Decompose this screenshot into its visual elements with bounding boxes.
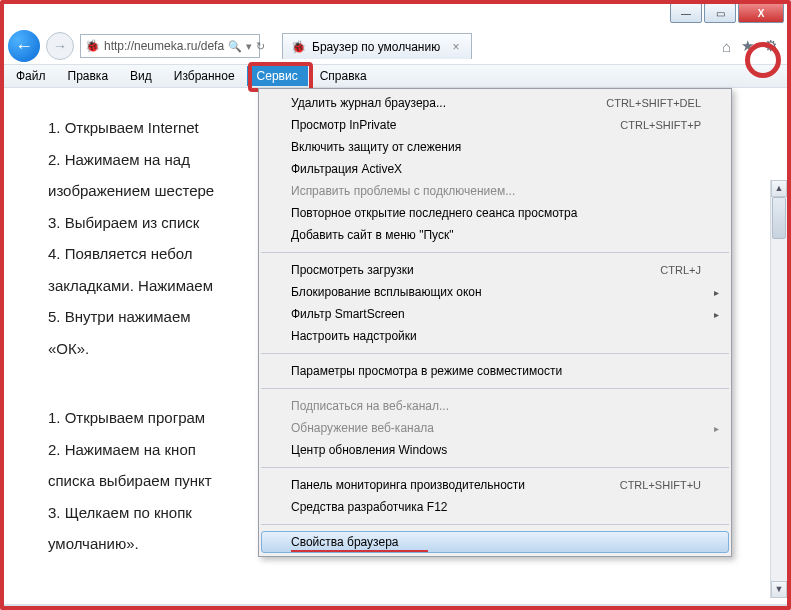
- forward-button[interactable]: →: [46, 32, 74, 60]
- tab-close-icon[interactable]: ×: [449, 40, 463, 54]
- menu-file[interactable]: Файл: [6, 66, 56, 86]
- site-icon: 🐞: [85, 39, 100, 53]
- menu-separator: [261, 353, 729, 354]
- menu-item[interactable]: Средства разработчика F12: [261, 496, 729, 518]
- menu-separator: [261, 467, 729, 468]
- menu-item[interactable]: Свойства браузера: [261, 531, 729, 553]
- menu-shortcut: CTRL+SHIFT+P: [620, 119, 701, 131]
- menu-item-label: Панель мониторинга производительности: [291, 478, 620, 492]
- search-icon[interactable]: 🔍: [228, 40, 242, 53]
- submenu-arrow-icon: ▸: [714, 423, 719, 434]
- dropdown-icon[interactable]: ▾: [246, 40, 252, 53]
- menu-item-label: Блокирование всплывающих окон: [291, 285, 701, 299]
- menu-favorites[interactable]: Избранное: [164, 66, 245, 86]
- menu-item[interactable]: Фильтрация ActiveX: [261, 158, 729, 180]
- menu-item[interactable]: Повторное открытие последнего сеанса про…: [261, 202, 729, 224]
- menu-item-label: Фильтр SmartScreen: [291, 307, 701, 321]
- menu-item-label: Настроить надстройки: [291, 329, 701, 343]
- menu-item[interactable]: Просмотреть загрузкиCTRL+J: [261, 259, 729, 281]
- scroll-down-icon[interactable]: ▼: [771, 581, 787, 598]
- menu-separator: [261, 524, 729, 525]
- menu-item-label: Свойства браузера: [291, 535, 701, 549]
- menu-shortcut: CTRL+SHIFT+U: [620, 479, 701, 491]
- refresh-icon[interactable]: ↻: [256, 40, 265, 53]
- menu-separator: [261, 252, 729, 253]
- menu-item[interactable]: Добавить сайт в меню "Пуск": [261, 224, 729, 246]
- menu-item-label: Параметры просмотра в режиме совместимос…: [291, 364, 701, 378]
- menu-item[interactable]: Настроить надстройки: [261, 325, 729, 347]
- close-button[interactable]: X: [738, 3, 784, 23]
- menu-item-label: Центр обновления Windows: [291, 443, 701, 457]
- menu-item[interactable]: Фильтр SmartScreen▸: [261, 303, 729, 325]
- menu-item[interactable]: Удалить журнал браузера...CTRL+SHIFT+DEL: [261, 92, 729, 114]
- menu-view[interactable]: Вид: [120, 66, 162, 86]
- menu-separator: [261, 388, 729, 389]
- maximize-button[interactable]: ▭: [704, 3, 736, 23]
- minimize-button[interactable]: —: [670, 3, 702, 23]
- url-text: http://neumeka.ru/defa: [104, 39, 224, 53]
- menubar: Файл Правка Вид Избранное Сервис Справка: [0, 64, 791, 88]
- menu-item-label: Просмотр InPrivate: [291, 118, 620, 132]
- tab-favicon: 🐞: [291, 40, 306, 54]
- menu-tools[interactable]: Сервис: [247, 66, 308, 86]
- menu-item[interactable]: Включить защиту от слежения: [261, 136, 729, 158]
- menu-edit[interactable]: Правка: [58, 66, 119, 86]
- menu-item[interactable]: Блокирование всплывающих окон▸: [261, 281, 729, 303]
- menu-item: Исправить проблемы с подключением...: [261, 180, 729, 202]
- annotation-underline: [291, 550, 428, 552]
- menu-item-label: Подписаться на веб-канал...: [291, 399, 701, 413]
- favorites-star-icon[interactable]: ★: [741, 37, 754, 55]
- menu-item-label: Добавить сайт в меню "Пуск": [291, 228, 701, 242]
- gear-icon[interactable]: ⚙: [764, 37, 777, 55]
- menu-item-label: Удалить журнал браузера...: [291, 96, 606, 110]
- menu-item: Подписаться на веб-канал...: [261, 395, 729, 417]
- tab-title: Браузер по умолчанию: [312, 40, 440, 54]
- scrollbar[interactable]: ▲ ▼: [770, 180, 787, 598]
- menu-item-label: Просмотреть загрузки: [291, 263, 660, 277]
- menu-item: Обнаружение веб-канала▸: [261, 417, 729, 439]
- submenu-arrow-icon: ▸: [714, 287, 719, 298]
- menu-item-label: Средства разработчика F12: [291, 500, 701, 514]
- menu-help[interactable]: Справка: [310, 66, 377, 86]
- menu-item-label: Исправить проблемы с подключением...: [291, 184, 701, 198]
- back-button[interactable]: ←: [8, 30, 40, 62]
- submenu-arrow-icon: ▸: [714, 309, 719, 320]
- browser-tab[interactable]: 🐞 Браузер по умолчанию ×: [282, 33, 472, 59]
- menu-item[interactable]: Параметры просмотра в режиме совместимос…: [261, 360, 729, 382]
- scrollbar-thumb[interactable]: [772, 197, 786, 239]
- address-bar[interactable]: 🐞 http://neumeka.ru/defa 🔍 ▾ ↻: [80, 34, 260, 58]
- menu-item[interactable]: Просмотр InPrivateCTRL+SHIFT+P: [261, 114, 729, 136]
- menu-item-label: Обнаружение веб-канала: [291, 421, 701, 435]
- tools-dropdown-menu: Удалить журнал браузера...CTRL+SHIFT+DEL…: [258, 88, 732, 557]
- menu-shortcut: CTRL+SHIFT+DEL: [606, 97, 701, 109]
- menu-item-label: Фильтрация ActiveX: [291, 162, 701, 176]
- menu-item-label: Включить защиту от слежения: [291, 140, 701, 154]
- menu-shortcut: CTRL+J: [660, 264, 701, 276]
- menu-item-label: Повторное открытие последнего сеанса про…: [291, 206, 701, 220]
- home-icon[interactable]: ⌂: [722, 38, 731, 55]
- menu-item[interactable]: Панель мониторинга производительностиCTR…: [261, 474, 729, 496]
- menu-item[interactable]: Центр обновления Windows: [261, 439, 729, 461]
- scroll-up-icon[interactable]: ▲: [771, 180, 787, 197]
